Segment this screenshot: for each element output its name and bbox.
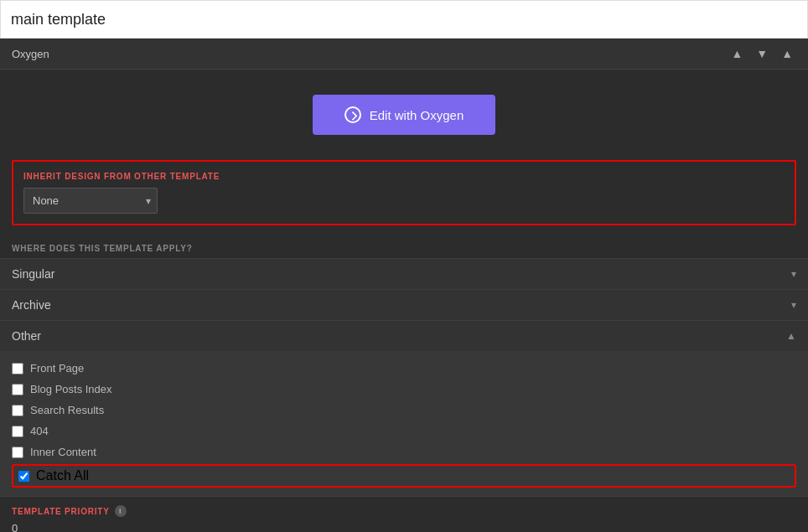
catch-all-checkbox[interactable]: [18, 471, 29, 482]
checkbox-search-results[interactable]: Search Results: [12, 400, 796, 421]
inner-content-checkbox[interactable]: [12, 447, 23, 458]
search-results-checkbox[interactable]: [12, 405, 23, 416]
archive-label: Archive: [12, 298, 51, 312]
ctrl-down-button[interactable]: ▼: [753, 45, 771, 62]
inherit-design-section: INHERIT DESIGN FROM OTHER TEMPLATE None: [12, 160, 796, 225]
oxygen-header: Oxygen ▲ ▼ ▲: [0, 39, 808, 70]
ctrl-collapse-button[interactable]: ▲: [778, 45, 796, 62]
applies-label: WHERE DOES THIS TEMPLATE APPLY?: [0, 237, 808, 258]
other-arrow: ▲: [786, 330, 796, 342]
priority-label-row: TEMPLATE PRIORITY i: [12, 505, 796, 517]
404-checkbox[interactable]: [12, 426, 23, 437]
inherit-select[interactable]: None: [23, 188, 158, 214]
front-page-label: Front Page: [30, 362, 84, 374]
ctrl-up-button[interactable]: ▲: [728, 45, 746, 62]
other-accordion[interactable]: Other ▲: [0, 320, 808, 351]
priority-value: 0: [12, 522, 796, 532]
archive-accordion[interactable]: Archive ▾: [0, 289, 808, 320]
front-page-checkbox[interactable]: [12, 363, 23, 374]
other-label: Other: [12, 329, 41, 343]
singular-arrow: ▾: [791, 268, 796, 280]
priority-section: TEMPLATE PRIORITY i 0: [0, 496, 808, 532]
oxygen-panel-title: Oxygen: [12, 48, 49, 60]
blog-posts-index-checkbox[interactable]: [12, 384, 23, 395]
singular-accordion[interactable]: Singular ▾: [0, 258, 808, 289]
edit-with-oxygen-button[interactable]: Edit with Oxygen: [313, 95, 496, 135]
search-results-label: Search Results: [30, 404, 104, 416]
other-checkbox-list: Front Page Blog Posts Index Search Resul…: [0, 351, 808, 496]
404-label: 404: [30, 425, 49, 437]
edit-button-label: Edit with Oxygen: [370, 108, 464, 122]
priority-label-text: TEMPLATE PRIORITY: [12, 507, 110, 516]
oxygen-icon: [344, 106, 361, 123]
inherit-select-wrapper: None: [23, 188, 158, 214]
blog-posts-index-label: Blog Posts Index: [30, 383, 112, 395]
checkbox-catch-all[interactable]: Catch All: [12, 464, 796, 488]
singular-label: Singular: [12, 267, 54, 281]
archive-arrow: ▾: [791, 299, 796, 311]
priority-info-icon[interactable]: i: [115, 505, 127, 517]
main-panel: Oxygen ▲ ▼ ▲ Edit with Oxygen INHERIT DE…: [0, 39, 808, 532]
title-bar: [0, 0, 808, 39]
checkbox-inner-content[interactable]: Inner Content: [12, 442, 796, 462]
checkbox-404[interactable]: 404: [12, 421, 796, 442]
edit-area: Edit with Oxygen: [0, 70, 808, 160]
inherit-section-label: INHERIT DESIGN FROM OTHER TEMPLATE: [23, 172, 785, 181]
checkbox-blog-posts-index[interactable]: Blog Posts Index: [12, 379, 796, 400]
inner-content-label: Inner Content: [30, 446, 96, 458]
template-title-input[interactable]: [11, 11, 797, 28]
catch-all-label: Catch All: [36, 468, 89, 483]
checkbox-front-page[interactable]: Front Page: [12, 358, 796, 379]
oxygen-controls: ▲ ▼ ▲: [728, 45, 796, 62]
